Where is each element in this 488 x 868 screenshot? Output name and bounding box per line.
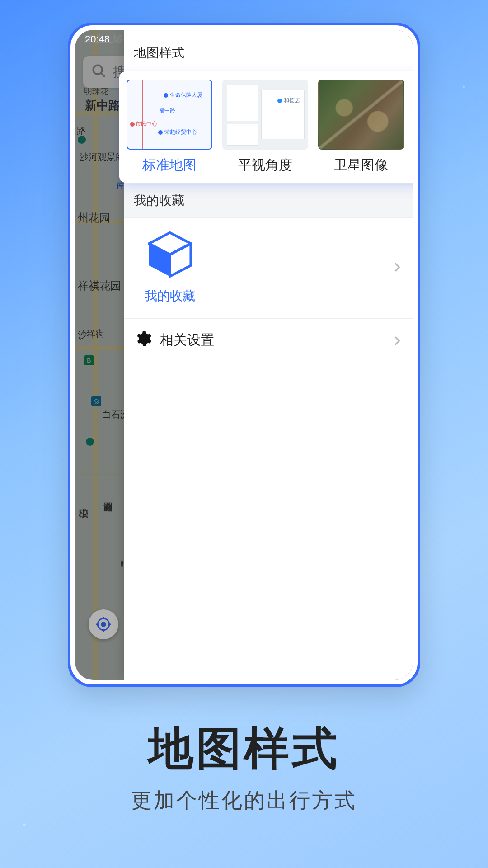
map-style-label: 卫星图像 xyxy=(318,156,404,175)
map-label: 祥祺花园 xyxy=(78,278,121,293)
map-label: 州花园 xyxy=(78,211,110,225)
map-style-label: 标准地图 xyxy=(127,156,212,175)
svg-marker-13 xyxy=(170,244,191,277)
svg-point-3 xyxy=(93,65,102,74)
svg-rect-2 xyxy=(402,38,403,40)
favorites-item-label: 我的收藏 xyxy=(145,288,195,305)
settings-row[interactable]: 相关设置 xyxy=(124,319,413,362)
map-style-card: 生命保险大厦 福中路 市民中心 荣超经贸中心 标准地图 xyxy=(119,71,413,183)
status-time: 20:48 xyxy=(85,33,110,45)
map-style-flat-thumb: 和德居 xyxy=(222,80,308,150)
box-icon xyxy=(145,230,195,281)
chevron-right-icon xyxy=(391,261,403,273)
map-label: 沙河观景阁 xyxy=(80,151,125,163)
location-icon: ⌖ xyxy=(356,35,360,44)
locate-button[interactable] xyxy=(89,609,118,639)
map-style-flat[interactable]: 和德居 平视角度 xyxy=(222,80,308,175)
favorites-row[interactable]: 我的收藏 xyxy=(124,218,413,319)
marketing-headline: 地图样式 xyxy=(0,719,488,780)
map-style-satellite[interactable]: 卫星图像 xyxy=(318,80,404,175)
favorites-section-header: 我的收藏 xyxy=(124,184,413,218)
metro-icon: ◎ xyxy=(91,396,101,406)
map-style-standard[interactable]: 生命保险大厦 福中路 市民中心 荣超经贸中心 标准地图 xyxy=(127,80,212,175)
favorites-item[interactable]: 我的收藏 xyxy=(134,230,206,305)
map-label: 新中路 xyxy=(85,98,120,113)
status-bar: 20:48 ⌖ ▭ xyxy=(75,30,413,49)
map-style-standard-thumb: 生命保险大厦 福中路 市民中心 荣超经贸中心 xyxy=(127,80,212,150)
cast-icon: ▭ xyxy=(378,34,386,44)
svg-line-4 xyxy=(101,73,105,77)
svg-point-5 xyxy=(101,622,106,627)
map-style-sheet: 地图样式 生命保险大厦 福中路 市民中心 荣超经贸中心 xyxy=(124,30,413,680)
map-label: 沙祥街 xyxy=(77,327,105,341)
wifi-icon xyxy=(365,34,374,45)
search-icon xyxy=(91,63,107,80)
map-style-satellite-thumb xyxy=(318,80,404,150)
marketing-subline: 更加个性化的出行方式 xyxy=(0,787,488,815)
status-icons: ⌖ ▭ xyxy=(356,34,403,45)
map-poi xyxy=(78,135,88,144)
svg-rect-1 xyxy=(391,37,400,41)
chevron-right-icon xyxy=(391,335,403,346)
metro-icon: B xyxy=(84,355,94,365)
map-style-label: 平视角度 xyxy=(222,156,308,175)
map-poi xyxy=(86,437,96,446)
settings-label: 相关设置 xyxy=(160,331,214,349)
phone-screen: 深业上城山谷 新中路 明珠花 路 沙河观景阁 南山 州花园 茂 祥祺花园 沙祥街… xyxy=(75,30,413,680)
gear-icon xyxy=(134,330,152,351)
phone-frame: 深业上城山谷 新中路 明珠花 路 沙河观景阁 南山 州花园 茂 祥祺花园 沙祥街… xyxy=(68,23,420,687)
battery-icon xyxy=(390,35,403,44)
